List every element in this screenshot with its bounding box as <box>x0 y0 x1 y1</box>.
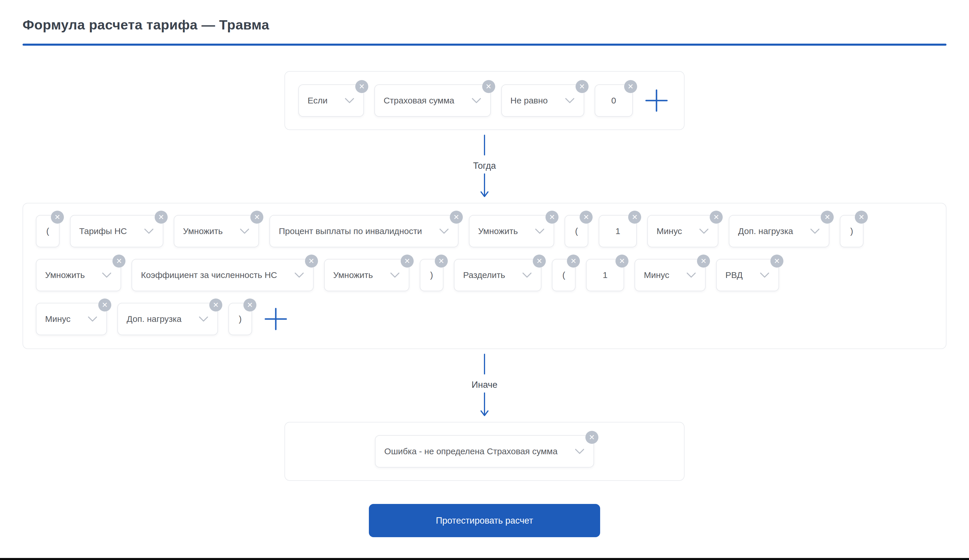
token-label: Доп. нагрузка <box>738 227 793 236</box>
remove-icon[interactable]: ✕ <box>576 80 589 93</box>
remove-icon[interactable]: ✕ <box>628 211 641 224</box>
formula-row: ( ✕ Тарифы НС ✕ Умножить ✕ Процент выпла… <box>36 215 933 248</box>
then-block: ( ✕ Тарифы НС ✕ Умножить ✕ Процент выпла… <box>23 203 946 349</box>
token-select[interactable]: Умножить ✕ <box>174 215 259 248</box>
token-label: РВД <box>725 271 743 279</box>
token-select[interactable]: Умножить ✕ <box>324 259 410 291</box>
remove-icon[interactable]: ✕ <box>435 254 448 268</box>
remove-icon[interactable]: ✕ <box>697 254 710 268</box>
token-label: Умножить <box>333 271 373 279</box>
formula-row: Умножить ✕ Коэффициент за численность НС… <box>36 259 933 291</box>
remove-icon[interactable]: ✕ <box>355 80 368 93</box>
chevron-down-icon <box>810 228 820 234</box>
remove-icon[interactable]: ✕ <box>546 211 558 224</box>
token-select[interactable]: Минус ✕ <box>647 215 718 248</box>
remove-icon[interactable]: ✕ <box>567 254 580 268</box>
remove-icon[interactable]: ✕ <box>51 211 64 224</box>
add-token-button[interactable] <box>264 307 288 331</box>
token-paren[interactable]: ( ✕ <box>36 215 60 248</box>
token-label: ( <box>46 227 49 236</box>
token-select[interactable]: Если ✕ <box>298 85 364 117</box>
remove-icon[interactable]: ✕ <box>710 211 723 224</box>
token-select[interactable]: Минус ✕ <box>36 303 107 335</box>
chevron-down-icon <box>522 272 532 278</box>
token-label: Не равно <box>511 96 548 105</box>
remove-icon[interactable]: ✕ <box>209 299 222 311</box>
chevron-down-icon <box>102 272 112 278</box>
token-select[interactable]: Разделить ✕ <box>454 259 541 291</box>
remove-icon[interactable]: ✕ <box>250 211 263 224</box>
window-bottom-bar <box>0 558 969 560</box>
token-paren[interactable]: ( ✕ <box>552 259 576 291</box>
else-label: Иначе <box>471 380 497 390</box>
chevron-down-icon <box>87 316 98 322</box>
remove-icon[interactable]: ✕ <box>616 254 628 268</box>
token-label: Если <box>308 96 328 105</box>
token-select[interactable]: Тарифы НС ✕ <box>70 215 163 248</box>
chevron-down-icon <box>390 272 400 278</box>
token-paren[interactable]: ) ✕ <box>420 259 443 291</box>
token-select[interactable]: Процент выплаты по инвалидности ✕ <box>270 215 458 248</box>
token-label: 0 <box>611 96 616 105</box>
token-label: Страховая сумма <box>384 96 455 105</box>
remove-icon[interactable]: ✕ <box>855 211 868 224</box>
token-label: Тарифы НС <box>79 227 127 236</box>
token-select[interactable]: Коэффициент за численность НС ✕ <box>132 259 313 291</box>
token-label: Минус <box>656 227 682 236</box>
token-select[interactable]: Минус ✕ <box>634 259 706 291</box>
add-token-button[interactable] <box>644 88 669 113</box>
token-select[interactable]: Умножить ✕ <box>469 215 554 248</box>
token-paren[interactable]: ) ✕ <box>840 215 864 248</box>
remove-icon[interactable]: ✕ <box>482 80 495 93</box>
token-label: Минус <box>644 271 669 279</box>
remove-icon[interactable]: ✕ <box>112 254 125 268</box>
arrow-down-icon <box>480 392 489 418</box>
chevron-down-icon <box>144 228 154 234</box>
remove-icon[interactable]: ✕ <box>533 254 546 268</box>
remove-icon[interactable]: ✕ <box>624 80 637 93</box>
remove-icon[interactable]: ✕ <box>450 211 463 224</box>
remove-icon[interactable]: ✕ <box>305 254 318 268</box>
remove-icon[interactable]: ✕ <box>821 211 834 224</box>
remove-icon[interactable]: ✕ <box>98 299 111 311</box>
arrow-down-icon <box>480 173 489 199</box>
token-label: Минус <box>45 315 70 323</box>
connector-line <box>484 135 485 155</box>
token-select[interactable]: Ошибка - не определена Страховая сумма ✕ <box>375 435 594 467</box>
else-block: Ошибка - не определена Страховая сумма ✕ <box>285 422 684 481</box>
chevron-down-icon <box>699 228 709 234</box>
remove-icon[interactable]: ✕ <box>155 211 168 224</box>
token-input[interactable]: 1 ✕ <box>599 215 637 248</box>
token-select[interactable]: РВД ✕ <box>716 259 779 291</box>
remove-icon[interactable]: ✕ <box>771 254 783 268</box>
token-paren[interactable]: ) ✕ <box>228 303 252 335</box>
else-row: Ошибка - не определена Страховая сумма ✕ <box>375 435 594 467</box>
remove-icon[interactable]: ✕ <box>585 431 598 444</box>
else-connector: Иначе <box>0 354 969 418</box>
token-label: ) <box>239 315 241 323</box>
token-label: 1 <box>616 227 620 236</box>
token-label: Процент выплаты по инвалидности <box>279 227 422 236</box>
token-input[interactable]: 0 ✕ <box>594 85 633 117</box>
title-divider <box>23 44 946 46</box>
formula-row: Минус ✕ Доп. нагрузка ✕ ) ✕ <box>36 303 933 335</box>
remove-icon[interactable]: ✕ <box>579 211 593 224</box>
remove-icon[interactable]: ✕ <box>243 299 256 311</box>
token-select[interactable]: Умножить ✕ <box>36 259 121 291</box>
remove-icon[interactable]: ✕ <box>401 254 414 268</box>
token-select[interactable]: Доп. нагрузка ✕ <box>729 215 829 248</box>
token-select[interactable]: Доп. нагрузка ✕ <box>117 303 218 335</box>
token-paren[interactable]: ( ✕ <box>564 215 588 248</box>
chevron-down-icon <box>239 228 250 234</box>
token-label: 1 <box>603 271 608 279</box>
token-label: ) <box>430 271 433 279</box>
token-input[interactable]: 1 ✕ <box>586 259 624 291</box>
condition-block: Если ✕ Страховая сумма ✕ Не равно ✕ 0 ✕ <box>285 71 684 130</box>
chevron-down-icon <box>294 272 305 278</box>
test-calculation-button[interactable]: Протестировать расчет <box>369 504 600 537</box>
chevron-down-icon <box>574 448 585 455</box>
token-select[interactable]: Не равно ✕ <box>501 85 584 117</box>
token-select[interactable]: Страховая сумма ✕ <box>375 85 491 117</box>
chevron-down-icon <box>439 228 449 234</box>
then-connector: Тогда <box>0 135 969 199</box>
